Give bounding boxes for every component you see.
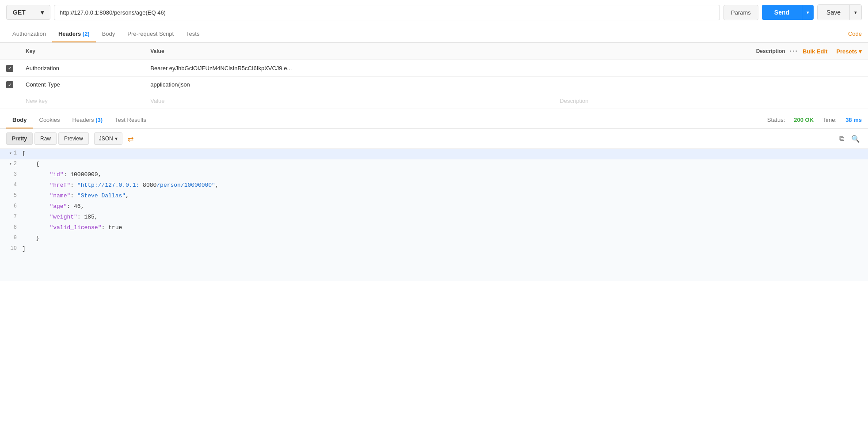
method-selector[interactable]: GET ▾ (6, 5, 50, 20)
response-status-bar: Status: 200 OK Time: 38 ms (767, 117, 862, 123)
row1-checkbox-cell[interactable] (0, 60, 19, 77)
code-line-5: 5 "name": "Steve Dallas", (0, 191, 868, 202)
line-content-6: "age": 46, (22, 202, 84, 211)
code-line-2: ▾2 { (0, 159, 868, 170)
row1-description[interactable] (554, 60, 868, 77)
col-key: Key (19, 43, 144, 60)
table-row: Content-Type application/json (0, 76, 868, 93)
line-number-10: 10 (0, 244, 22, 253)
time-label: Time: (822, 117, 837, 123)
line-number-9: 9 (0, 234, 22, 242)
params-button[interactable]: Params (723, 5, 758, 20)
table-row: Authorization Bearer eyJhbGciOiJFUzM4NCl… (0, 60, 868, 77)
line-number-7: 7 (0, 212, 22, 221)
status-value: 200 OK (794, 117, 814, 123)
line-number-4: 4 (0, 181, 22, 189)
new-description-placeholder: Description (560, 98, 589, 104)
format-actions: ⧉ 🔍 (838, 133, 862, 145)
format-bar: Pretty Raw Preview JSON ▾ ⇄ ⧉ 🔍 (0, 129, 868, 149)
search-button[interactable]: 🔍 (849, 133, 862, 145)
resp-tab-headers-badge: (3) (95, 117, 103, 123)
row2-value[interactable]: application/json (144, 76, 553, 93)
new-value-placeholder: Value (150, 98, 164, 104)
row2-key[interactable]: Content-Type (19, 76, 144, 93)
code-line-3: 3 "id": 10000000, (0, 170, 868, 181)
code-line-6: 6 "age": 46, (0, 202, 868, 212)
col-description: Description ··· Bulk Edit Presets ▾ (554, 43, 868, 60)
send-dropdown-button[interactable]: ▾ (802, 5, 814, 20)
line-content-8: "valid_license": true (22, 223, 122, 232)
line-content-4: "href": "http://127.0.0.1: 8080/person/1… (22, 181, 219, 190)
send-button-group: Send ▾ (762, 5, 814, 20)
bulk-edit-button[interactable]: Bulk Edit (803, 48, 827, 55)
code-editor: ▾1[▾2 {3 "id": 10000000,4 "href": "http:… (0, 149, 868, 281)
line-number-3: 3 (0, 170, 22, 179)
time-value: 38 ms (845, 117, 862, 123)
line-number-5: 5 (0, 191, 22, 200)
tab-body[interactable]: Body (96, 25, 122, 42)
method-dropdown-icon: ▾ (41, 9, 44, 16)
send-button[interactable]: Send (762, 5, 802, 20)
resp-tab-headers[interactable]: Headers (3) (66, 111, 109, 128)
new-row-checkbox-cell (0, 93, 19, 109)
line-content-7: "weight": 185, (22, 212, 98, 222)
resp-tab-body[interactable]: Body (6, 111, 33, 128)
raw-button[interactable]: Raw (34, 132, 57, 145)
row1-value[interactable]: Bearer eyJhbGciOiJFUzM4NClsInR5cCI6IkpXV… (144, 60, 553, 77)
presets-button[interactable]: Presets ▾ (836, 48, 862, 55)
preview-button[interactable]: Preview (58, 132, 89, 145)
line-content-10: ] (22, 244, 26, 253)
method-label: GET (13, 9, 26, 16)
filter-icon[interactable]: ⇄ (128, 135, 133, 143)
format-label: JSON (99, 136, 113, 142)
row2-checkbox[interactable] (6, 81, 13, 88)
row2-description[interactable] (554, 76, 868, 93)
col-description-label: Description (756, 48, 785, 54)
tab-headers-label: Headers (58, 30, 83, 37)
resp-tab-cookies[interactable]: Cookies (33, 111, 66, 128)
line-number-1: ▾1 (0, 149, 22, 158)
more-options-icon[interactable]: ··· (790, 47, 798, 55)
status-label: Status: (767, 117, 785, 123)
row1-checkbox[interactable] (6, 65, 13, 72)
line-content-3: "id": 10000000, (22, 170, 101, 179)
tab-headers[interactable]: Headers (2) (52, 25, 96, 42)
headers-table: Key Value Description ··· Bulk Edit Pres… (0, 43, 868, 109)
format-dropdown-icon: ▾ (115, 136, 118, 142)
line-content-5: "name": "Steve Dallas", (22, 191, 129, 200)
line-toggle-2[interactable]: ▾ (9, 161, 12, 166)
line-number-6: 6 (0, 202, 22, 211)
line-content-9: } (22, 234, 39, 243)
resp-tab-test-results[interactable]: Test Results (109, 111, 152, 128)
code-line-8: 8 "valid_license": true (0, 223, 868, 234)
code-line-7: 7 "weight": 185, (0, 212, 868, 223)
tab-tests[interactable]: Tests (180, 25, 206, 42)
code-line-10: 10] (0, 244, 868, 255)
row1-key[interactable]: Authorization (19, 60, 144, 77)
pretty-button[interactable]: Pretty (6, 132, 33, 145)
copy-button[interactable]: ⧉ (838, 133, 846, 144)
save-dropdown-button[interactable]: ▾ (849, 5, 861, 20)
code-link[interactable]: Code (848, 25, 862, 42)
tab-prerequest[interactable]: Pre-request Script (121, 25, 180, 42)
col-value: Value (144, 43, 553, 60)
line-number-2: ▾2 (0, 159, 22, 168)
save-button-group: Save ▾ (817, 4, 862, 20)
code-line-9: 9 } (0, 234, 868, 244)
new-description-cell[interactable]: Description (554, 93, 868, 109)
line-toggle-1[interactable]: ▾ (9, 151, 12, 156)
line-number-8: 8 (0, 223, 22, 232)
col-checkbox (0, 43, 19, 60)
new-key-cell[interactable]: New key (19, 93, 144, 109)
request-tabs: Authorization Headers (2) Body Pre-reque… (0, 25, 868, 43)
tab-headers-badge: (2) (83, 30, 90, 37)
url-input[interactable] (54, 5, 720, 20)
row2-checkbox-cell[interactable] (0, 76, 19, 93)
new-value-cell[interactable]: Value (144, 93, 553, 109)
save-button[interactable]: Save (818, 5, 849, 20)
format-selector[interactable]: JSON ▾ (94, 132, 122, 145)
response-tabs: Body Cookies Headers (3) Test Results St… (0, 111, 868, 129)
tab-authorization[interactable]: Authorization (6, 25, 52, 42)
new-key-placeholder: New key (26, 98, 48, 104)
resp-tab-headers-label: Headers (72, 117, 95, 123)
